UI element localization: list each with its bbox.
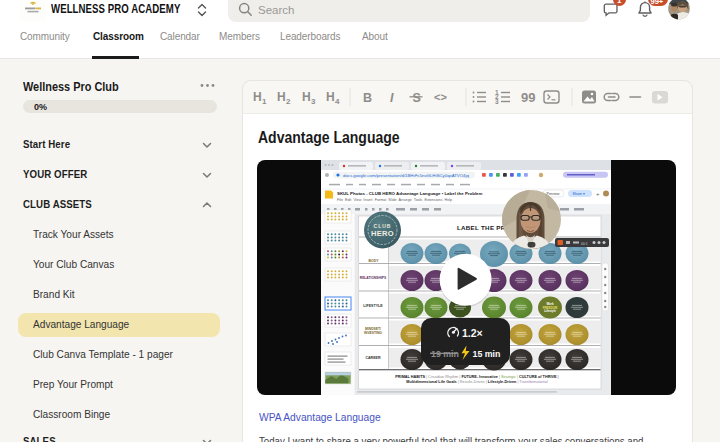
svg-text:H: H xyxy=(302,90,311,104)
svg-text:99: 99 xyxy=(521,90,535,105)
svg-text:File Edit View Insert Form: File Edit View Insert Format Slide Arran… xyxy=(337,198,452,202)
svg-text:+: + xyxy=(596,191,600,197)
svg-text:Share ▾: Share ▾ xyxy=(573,192,586,196)
svg-text:CAREER: CAREER xyxy=(365,356,381,360)
svg-text:Preview: Preview xyxy=(547,192,560,196)
svg-text:INVESTING: INVESTING xyxy=(364,331,382,335)
svg-text:SKUL Photos - CLUB HERO Advant: SKUL Photos - CLUB HERO Advantage Langua… xyxy=(337,191,483,196)
svg-text:HERO: HERO xyxy=(371,229,394,238)
svg-text:PRIMAL HABITS | Circadian Rhyt: PRIMAL HABITS | Circadian Rhythm | FUTUR… xyxy=(395,375,558,379)
svg-text:RELATIONSHIPS: RELATIONSHIPS xyxy=(360,276,387,280)
svg-text:1: 1 xyxy=(262,97,267,106)
svg-text:3: 3 xyxy=(495,98,499,105)
svg-text:docs.google.com/presentation/d: docs.google.com/presentation/d/1BHrFc5nv… xyxy=(343,173,469,178)
svg-text:4: 4 xyxy=(335,97,340,106)
svg-text:Multidimensional Life Goals |: Multidimensional Life Goals | Results-Dr… xyxy=(406,380,548,384)
svg-text:<>: <> xyxy=(434,91,447,103)
svg-text:00:1: 00:1 xyxy=(581,242,588,246)
svg-text:H: H xyxy=(326,90,335,104)
svg-text:BODY: BODY xyxy=(369,259,380,263)
svg-text:H: H xyxy=(253,90,262,104)
svg-text:I: I xyxy=(390,91,394,105)
svg-text:B: B xyxy=(363,91,372,105)
svg-text:Lifestyle: Lifestyle xyxy=(544,309,556,313)
svg-text:1.2×: 1.2× xyxy=(462,327,483,339)
svg-text:3: 3 xyxy=(311,97,316,106)
svg-text:S: S xyxy=(413,91,421,105)
svg-text:2: 2 xyxy=(286,97,291,106)
svg-text:LIFESTYLE: LIFESTYLE xyxy=(363,304,383,308)
svg-text:15 min: 15 min xyxy=(473,349,501,359)
svg-text:H: H xyxy=(277,90,286,104)
